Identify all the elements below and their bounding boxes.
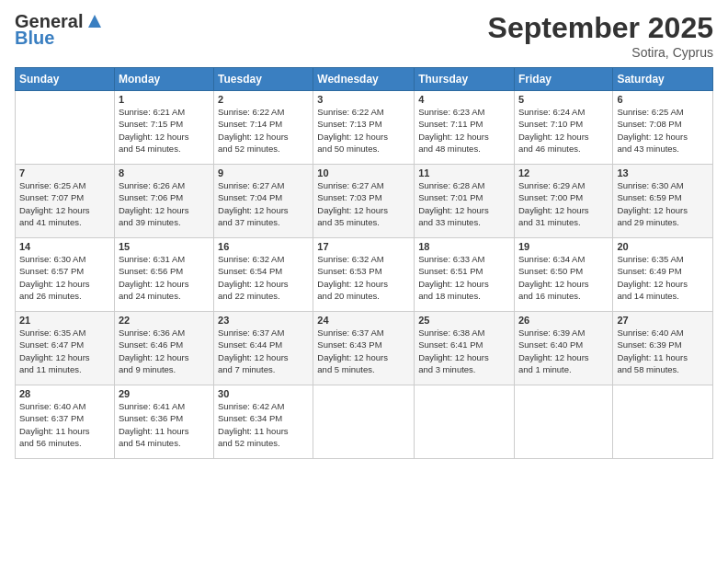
page: General Blue September 2025 Sotira, Cypr… <box>0 0 728 563</box>
calendar-cell: 7Sunrise: 6:25 AM Sunset: 7:07 PM Daylig… <box>16 165 115 238</box>
day-number: 24 <box>317 315 410 326</box>
calendar-header-thursday: Thursday <box>415 68 515 91</box>
calendar-header-sunday: Sunday <box>16 68 115 91</box>
day-number: 7 <box>19 167 110 178</box>
day-number: 22 <box>119 315 210 326</box>
calendar-cell: 17Sunrise: 6:32 AM Sunset: 6:53 PM Dayli… <box>313 238 415 312</box>
day-info: Sunrise: 6:32 AM Sunset: 6:53 PM Dayligh… <box>317 253 410 302</box>
day-info: Sunrise: 6:31 AM Sunset: 6:56 PM Dayligh… <box>119 253 210 302</box>
calendar-cell: 21Sunrise: 6:35 AM Sunset: 6:47 PM Dayli… <box>16 312 115 385</box>
calendar-cell: 16Sunrise: 6:32 AM Sunset: 6:54 PM Dayli… <box>214 238 313 312</box>
calendar-cell: 4Sunrise: 6:23 AM Sunset: 7:11 PM Daylig… <box>415 91 515 165</box>
day-number: 20 <box>617 241 709 252</box>
day-info: Sunrise: 6:42 AM Sunset: 6:34 PM Dayligh… <box>218 400 309 449</box>
day-number: 6 <box>617 94 709 105</box>
day-number: 25 <box>418 315 510 326</box>
day-number: 10 <box>317 167 410 178</box>
calendar-cell: 18Sunrise: 6:33 AM Sunset: 6:51 PM Dayli… <box>415 238 515 312</box>
day-number: 9 <box>218 167 309 178</box>
calendar-cell: 30Sunrise: 6:42 AM Sunset: 6:34 PM Dayli… <box>214 385 313 459</box>
day-info: Sunrise: 6:22 AM Sunset: 7:14 PM Dayligh… <box>218 106 309 155</box>
day-info: Sunrise: 6:37 AM Sunset: 6:43 PM Dayligh… <box>317 327 410 375</box>
calendar-cell: 14Sunrise: 6:30 AM Sunset: 6:57 PM Dayli… <box>16 238 115 312</box>
calendar-cell <box>613 385 713 459</box>
calendar-cell: 19Sunrise: 6:34 AM Sunset: 6:50 PM Dayli… <box>514 238 612 312</box>
day-number: 16 <box>218 241 309 252</box>
day-info: Sunrise: 6:32 AM Sunset: 6:54 PM Dayligh… <box>218 253 309 302</box>
day-number: 15 <box>119 241 210 252</box>
day-info: Sunrise: 6:29 AM Sunset: 7:00 PM Dayligh… <box>518 179 609 228</box>
day-number: 12 <box>518 167 609 178</box>
calendar-cell: 24Sunrise: 6:37 AM Sunset: 6:43 PM Dayli… <box>313 312 415 385</box>
day-info: Sunrise: 6:27 AM Sunset: 7:04 PM Dayligh… <box>218 179 309 228</box>
day-info: Sunrise: 6:33 AM Sunset: 6:51 PM Dayligh… <box>418 253 510 302</box>
calendar-cell <box>313 385 415 459</box>
day-info: Sunrise: 6:35 AM Sunset: 6:49 PM Dayligh… <box>617 253 709 302</box>
calendar-cell <box>415 385 515 459</box>
calendar-header-saturday: Saturday <box>613 68 713 91</box>
day-info: Sunrise: 6:35 AM Sunset: 6:47 PM Dayligh… <box>19 327 110 375</box>
day-info: Sunrise: 6:36 AM Sunset: 6:46 PM Dayligh… <box>119 327 210 375</box>
calendar-cell: 25Sunrise: 6:38 AM Sunset: 6:41 PM Dayli… <box>415 312 515 385</box>
calendar-header-monday: Monday <box>114 68 213 91</box>
calendar-cell: 29Sunrise: 6:41 AM Sunset: 6:36 PM Dayli… <box>114 385 213 459</box>
calendar-cell <box>16 91 115 165</box>
day-info: Sunrise: 6:30 AM Sunset: 6:59 PM Dayligh… <box>617 179 709 228</box>
day-number: 14 <box>19 241 110 252</box>
calendar-cell: 11Sunrise: 6:28 AM Sunset: 7:01 PM Dayli… <box>415 165 515 238</box>
calendar-week-row: 14Sunrise: 6:30 AM Sunset: 6:57 PM Dayli… <box>16 238 713 312</box>
calendar-header-friday: Friday <box>514 68 612 91</box>
calendar-cell: 20Sunrise: 6:35 AM Sunset: 6:49 PM Dayli… <box>613 238 713 312</box>
calendar-cell: 22Sunrise: 6:36 AM Sunset: 6:46 PM Dayli… <box>114 312 213 385</box>
day-number: 28 <box>19 388 110 399</box>
day-number: 4 <box>418 94 510 105</box>
svg-marker-0 <box>88 15 101 28</box>
calendar-cell: 5Sunrise: 6:24 AM Sunset: 7:10 PM Daylig… <box>514 91 612 165</box>
day-info: Sunrise: 6:23 AM Sunset: 7:11 PM Dayligh… <box>418 106 510 155</box>
day-info: Sunrise: 6:21 AM Sunset: 7:15 PM Dayligh… <box>119 106 210 155</box>
calendar-cell: 26Sunrise: 6:39 AM Sunset: 6:40 PM Dayli… <box>514 312 612 385</box>
day-number: 11 <box>418 167 510 178</box>
day-number: 17 <box>317 241 410 252</box>
calendar-week-row: 28Sunrise: 6:40 AM Sunset: 6:37 PM Dayli… <box>16 385 713 459</box>
calendar-week-row: 21Sunrise: 6:35 AM Sunset: 6:47 PM Dayli… <box>16 312 713 385</box>
day-number: 30 <box>218 388 309 399</box>
day-info: Sunrise: 6:28 AM Sunset: 7:01 PM Dayligh… <box>418 179 510 228</box>
calendar-cell <box>514 385 612 459</box>
calendar: SundayMondayTuesdayWednesdayThursdayFrid… <box>15 67 713 459</box>
header: General Blue September 2025 Sotira, Cypr… <box>15 11 713 60</box>
day-number: 3 <box>317 94 410 105</box>
calendar-cell: 23Sunrise: 6:37 AM Sunset: 6:44 PM Dayli… <box>214 312 313 385</box>
calendar-cell: 2Sunrise: 6:22 AM Sunset: 7:14 PM Daylig… <box>214 91 313 165</box>
calendar-week-row: 7Sunrise: 6:25 AM Sunset: 7:07 PM Daylig… <box>16 165 713 238</box>
day-info: Sunrise: 6:34 AM Sunset: 6:50 PM Dayligh… <box>518 253 609 302</box>
logo-text: General Blue <box>15 11 105 48</box>
calendar-cell: 8Sunrise: 6:26 AM Sunset: 7:06 PM Daylig… <box>114 165 213 238</box>
day-info: Sunrise: 6:37 AM Sunset: 6:44 PM Dayligh… <box>218 327 309 375</box>
day-info: Sunrise: 6:26 AM Sunset: 7:06 PM Dayligh… <box>119 179 210 228</box>
day-number: 21 <box>19 315 110 326</box>
logo: General Blue <box>15 11 105 48</box>
calendar-header-row: SundayMondayTuesdayWednesdayThursdayFrid… <box>16 68 713 91</box>
day-number: 8 <box>119 167 210 178</box>
day-info: Sunrise: 6:41 AM Sunset: 6:36 PM Dayligh… <box>119 400 210 449</box>
day-number: 23 <box>218 315 309 326</box>
day-info: Sunrise: 6:22 AM Sunset: 7:13 PM Dayligh… <box>317 106 410 155</box>
title-block: September 2025 Sotira, Cyprus <box>488 11 713 60</box>
calendar-header-wednesday: Wednesday <box>313 68 415 91</box>
day-number: 1 <box>119 94 210 105</box>
day-info: Sunrise: 6:27 AM Sunset: 7:03 PM Dayligh… <box>317 179 410 228</box>
calendar-cell: 3Sunrise: 6:22 AM Sunset: 7:13 PM Daylig… <box>313 91 415 165</box>
calendar-header-tuesday: Tuesday <box>214 68 313 91</box>
location: Sotira, Cyprus <box>488 45 713 60</box>
day-number: 18 <box>418 241 510 252</box>
day-info: Sunrise: 6:30 AM Sunset: 6:57 PM Dayligh… <box>19 253 110 302</box>
month-title: September 2025 <box>488 11 713 45</box>
calendar-cell: 9Sunrise: 6:27 AM Sunset: 7:04 PM Daylig… <box>214 165 313 238</box>
day-number: 29 <box>119 388 210 399</box>
calendar-cell: 13Sunrise: 6:30 AM Sunset: 6:59 PM Dayli… <box>613 165 713 238</box>
calendar-week-row: 1Sunrise: 6:21 AM Sunset: 7:15 PM Daylig… <box>16 91 713 165</box>
day-number: 2 <box>218 94 309 105</box>
calendar-cell: 1Sunrise: 6:21 AM Sunset: 7:15 PM Daylig… <box>114 91 213 165</box>
calendar-cell: 28Sunrise: 6:40 AM Sunset: 6:37 PM Dayli… <box>16 385 115 459</box>
